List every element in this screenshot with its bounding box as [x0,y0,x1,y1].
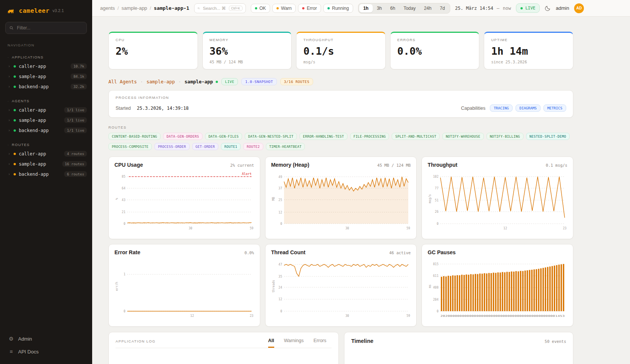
sidebar-section-header: ·AGENTS [0,97,92,105]
svg-text:err/h: err/h [115,282,119,291]
application-log-title: APPLICATION LOG [116,339,156,348]
status-filter-running[interactable]: Running [323,4,353,13]
time-range-24h[interactable]: 24h [420,4,435,12]
svg-text:49: 49 [278,175,282,179]
status-filter-error[interactable]: Error [298,4,321,13]
section-bullet-icon: · [8,143,9,147]
live-toggle[interactable]: LIVE [516,3,540,13]
chart-current-value: 0.1 msg/s [546,163,567,167]
log-tab-warnings[interactable]: Warnings [284,338,304,348]
section-bullet-icon: · [8,99,9,103]
chart-title: GC Pauses [428,249,456,255]
user-label[interactable]: admin [556,5,569,11]
stat-value: 0.1/s [303,45,378,57]
time-range-today[interactable]: Today [399,4,420,12]
sidebar-item-sample-app[interactable]: ›sample-app16 routes [0,159,92,169]
sidebar-sections: ·APPLICATIONS›caller-app10.7k›sample-app… [0,48,92,179]
log-tab-all[interactable]: All [268,338,274,348]
stat-value: 1h 14m [491,45,566,57]
footer-admin[interactable]: ⚙Admin [0,332,92,345]
capabilities-label: Capabilities [461,106,486,111]
process-info-title: PROCESS INFORMATION [116,95,566,100]
route-tag-data-gen-files[interactable]: DATA-GEN-FILES [205,133,242,140]
chart-head: Error Rate0.0% [114,249,254,255]
route-tag-process-composite[interactable]: PROCESS-COMPOSITE [108,143,152,150]
route-tag-split-and-multicast[interactable]: SPLIT-AND-MULTICAST [392,133,440,140]
route-tag-nested-split-demo[interactable]: NESTED-SPLIT-DEMO [526,133,570,140]
sidebar-item-backend-app[interactable]: ›backend-app6 routes [0,169,92,179]
svg-text:ms: ms [428,284,432,288]
cpu-chart: 021436485%3059Alert [114,170,254,232]
theme-toggle[interactable] [545,4,551,13]
sidebar-item-backend-app[interactable]: ›backend-app1/1 live [0,125,92,135]
route-tag-file-processing[interactable]: FILE-PROCESSING [350,133,389,140]
sidebar-item-badge: 10.7k [71,63,87,69]
gear-icon: ⚙ [8,336,14,342]
stat-card-throughput: THROUGHPUT0.1/smsg/s [296,32,386,69]
route-tag-content-based-routing[interactable]: CONTENT-BASED-ROUTING [108,133,161,140]
chart-title: Memory (Heap) [271,162,309,168]
date-separator: — [497,6,499,11]
sidebar-item-badge: 1/1 live [64,107,87,113]
timeline-event-count: 50 events [545,339,566,344]
sidebar-section-header: ·APPLICATIONS [0,53,92,61]
footer-api-docs[interactable]: ≡API Docs [0,345,92,358]
status-filter-label: OK [259,6,266,11]
status-filter-warn[interactable]: Warn [272,4,296,13]
agent-crumb-separator: · [178,79,181,84]
route-tag-notify-billing[interactable]: NOTIFY-BILLING [486,133,523,140]
status-dot-icon [255,7,257,9]
chart-title: CPU Usage [114,162,143,168]
route-tag-timer-heartbeat[interactable]: TIMER-HEARTBEAT [266,143,305,150]
app-name: cameleer [19,7,49,14]
date-now-label: now [503,6,511,11]
status-dot-icon [327,7,330,9]
sidebar-item-label: caller-app [19,151,46,157]
breadcrumb-separator: / [117,5,119,11]
chart-card-throughput: Throughput0.1 msg/s0265177102msg/s1223 [422,157,573,239]
sidebar-item-backend-app[interactable]: ›backend-app32.2k [0,81,92,92]
route-tag-process-order[interactable]: PROCESS-ORDER [154,143,189,150]
status-filter-ok[interactable]: OK [251,4,270,13]
sidebar-filter-input[interactable] [16,25,83,31]
status-dot-icon [14,129,16,132]
agent-crumb-link[interactable]: All Agents [108,79,137,84]
route-tag-get-order[interactable]: GET-ORDER [192,143,218,150]
chart-card-cpu: CPU Usage2% current021436485%3059Alert [108,157,260,239]
route-tag-notify-warehouse[interactable]: NOTIFY-WAREHOUSE [442,133,484,140]
charts-grid: CPU Usage2% current021436485%3059AlertMe… [108,157,573,327]
live-dot-icon [520,7,523,9]
sidebar-item-label: caller-app [19,64,46,69]
search-box[interactable]: Ctrl+K [194,3,246,13]
svg-text:408: 408 [433,286,439,289]
route-tag-route2[interactable]: ROUTE2 [243,143,263,150]
agent-current: sample-app [185,79,218,84]
log-tab-errors[interactable]: Errors [313,338,326,348]
date-range-control[interactable]: 25. März 14:54 — now [455,6,511,11]
sidebar-item-caller-app[interactable]: ›caller-app1/1 live [0,105,92,115]
gc-chart: 0204408611815ms2020000000000000000000000… [428,258,567,319]
breadcrumb-item[interactable]: sample-app [122,5,147,11]
route-tag-route1[interactable]: ROUTE1 [221,143,241,150]
route-tag-data-gen-nested-split[interactable]: DATA-GEN-NESTED-SPLIT [245,133,297,140]
time-range-1h[interactable]: 1h [359,4,373,12]
time-range-3h[interactable]: 3h [373,4,386,12]
sidebar-item-sample-app[interactable]: ›sample-app1/1 live [0,115,92,125]
started-label: Started [116,106,131,111]
time-range-7d[interactable]: 7d [435,4,449,12]
agent-crumb-link[interactable]: sample-app [147,79,175,84]
sidebar-item-caller-app[interactable]: ›caller-app10.7k [0,61,92,71]
sidebar-item-sample-app[interactable]: ›sample-app84.1k [0,71,92,81]
breadcrumb-item[interactable]: sample-app-1 [154,5,189,11]
breadcrumb-item[interactable]: agents [100,5,115,11]
route-tag-data-gen-orders[interactable]: DATA-GEN-ORDERS [163,133,202,140]
svg-text:Alert: Alert [242,172,252,176]
agent-crumb-separator: · [140,79,143,84]
time-range-6h[interactable]: 6h [386,4,399,12]
search-input[interactable] [202,6,227,11]
svg-text:30: 30 [188,227,192,230]
route-tag-error-handling-test[interactable]: ERROR-HANDLING-TEST [300,133,347,140]
status-dot-icon [14,86,16,88]
avatar[interactable]: AD [574,3,584,13]
sidebar-item-caller-app[interactable]: ›caller-app4 routes [0,149,92,159]
